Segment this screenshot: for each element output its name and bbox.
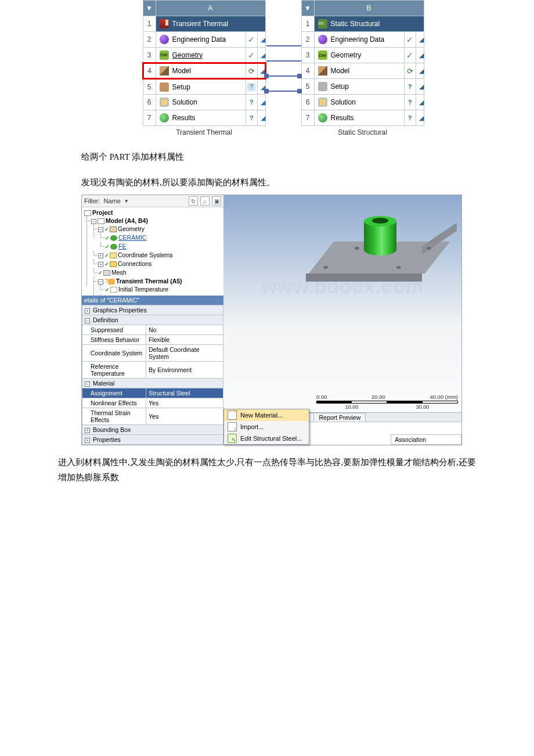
expand-icon[interactable]: + [85,438,90,443]
system-b-caption: Static Structural [301,128,424,136]
system-a-header: A [156,1,265,16]
reftemp-value[interactable]: By Environment [146,362,223,379]
analysis-icon [108,279,115,285]
expand-icon[interactable]: + [85,428,90,433]
flag-icon: ◢ [419,83,424,90]
cell-setup-a[interactable]: Setup [172,83,190,91]
system-b-title: Static Structural [331,20,380,28]
dropdown-arrow[interactable]: ▼ [143,1,156,16]
ceramic-node[interactable]: CERAMIC [118,234,146,241]
body-icon [110,244,117,250]
system-b-header: B [314,1,424,16]
geometry-node-icon [110,226,117,232]
expand-icon[interactable]: − [85,318,90,323]
thermalstrain-value[interactable]: Yes [146,408,223,425]
solution-icon [160,98,169,107]
menu-import[interactable]: Import... [224,421,309,433]
geometry-icon: DM [160,51,169,60]
expand-icon[interactable]: − [91,219,96,224]
cell-solution-a[interactable]: Solution [172,98,197,106]
suppressed-value[interactable]: No [146,325,223,335]
toolbar-filter-icon[interactable]: ⌂ [200,196,210,206]
cell-solution-b[interactable]: Solution [331,98,356,106]
system-a-table: ▼A 1Transient Thermal 2Engineering Data✓… [142,0,266,126]
flag-icon: ◢ [260,67,265,74]
cell-model-a[interactable]: Model [172,67,192,75]
toolbar-refresh-icon[interactable]: ↻ [189,196,198,206]
init-temp-icon [110,287,117,293]
expand-icon[interactable]: − [98,279,103,285]
toolbar-expand-icon[interactable]: ▣ [212,196,221,206]
question-icon: ? [406,98,414,106]
assignment-key: Assignment [82,388,146,398]
flag-icon: ◢ [419,36,424,43]
engineering-data-icon [318,35,327,44]
refresh-icon: ⟳ [407,67,413,75]
cs-value[interactable]: Default Coordinate System [146,345,223,362]
cell-results-b[interactable]: Results [331,114,354,122]
suppressed-key: Suppressed [82,325,146,335]
cell-results-a[interactable]: Results [172,114,196,122]
cell-engineering-data-b[interactable]: Engineering Data [331,35,385,44]
question-icon: ? [247,114,255,122]
expand-icon[interactable]: + [98,262,103,267]
setup-icon [318,82,327,91]
connections-icon [110,261,117,267]
body-icon [110,235,117,241]
setup-icon [160,82,169,92]
engineering-data-icon [160,35,169,44]
cell-geometry-a[interactable]: Geometry [172,51,203,59]
cell-model-b[interactable]: Model [331,67,350,75]
expand-icon[interactable]: + [98,253,103,258]
cell-setup-b[interactable]: Setup [331,82,349,91]
question-icon: ? [406,82,414,91]
expand-icon[interactable]: + [85,308,90,314]
dropdown-arrow[interactable]: ▼ [301,1,314,16]
system-a-caption: Transient Thermal [142,128,266,136]
transient-thermal-icon [160,19,169,28]
paragraph-1: 给两个 PART 添加材料属性 [81,149,476,164]
edit-material-icon [228,434,237,443]
flag-icon: ◢ [419,52,424,59]
nonlinear-key: Nonlinear Effects [82,398,146,408]
filter-label: Filter: [84,197,100,204]
stiffness-key: Stiffness Behavior [82,335,146,345]
details-table: + Graphics Properties − Definition Suppr… [82,305,223,445]
assignment-value[interactable]: Structural Steel [146,388,223,398]
cell-geometry-b[interactable]: Geometry [331,51,362,59]
question-icon: ? [406,114,414,122]
fe-node[interactable]: FE [118,243,126,250]
model-icon [160,66,169,75]
stiffness-value[interactable]: Flexible [146,335,223,345]
geometry-icon: DM [318,51,327,60]
flag-icon: ◢ [261,52,265,59]
results-icon [160,113,169,123]
menu-new-material[interactable]: New Material... [224,409,309,421]
cell-engineering-data-a[interactable]: Engineering Data [172,35,226,44]
cs-key: Coordinate System [82,345,146,362]
static-structural-icon [318,19,327,28]
system-connector [266,45,301,92]
check-icon: ✓ [406,35,413,44]
nonlinear-value[interactable]: Yes [146,398,223,408]
details-header: etails of "CERAMIC" [82,296,223,305]
check-icon: ✓ [406,51,413,60]
outline-tree[interactable]: Project −Model (A4, B4) −✓Geometry ✓CERA… [82,207,223,296]
tab-report-preview[interactable]: Report Preview [313,413,366,422]
question-icon: ? [247,98,255,106]
expand-icon[interactable]: − [85,381,90,387]
transient-thermal-node[interactable]: Transient Thermal (A5) [116,278,182,285]
filter-name[interactable]: Name [104,197,121,204]
cs-icon [110,253,117,258]
flag-icon: ◢ [261,114,265,121]
paragraph-3: 进入到材料属性中,又发生陶瓷的材料属性太少,只有一点热传导率与比热容,要新加弹性… [58,455,476,485]
menu-edit-steel[interactable]: Edit Structural Steel... [224,433,309,444]
mechanical-panel: Filter: Name ▼ ↻ ⌂ ▣ Project −Model (A4,… [81,195,462,445]
thermalstrain-key: Thermal Strain Effects [82,408,146,425]
reftemp-key: Reference Temperature [82,362,146,379]
expand-icon[interactable]: − [98,227,103,232]
mesh-icon [103,270,110,276]
results-icon [318,113,327,123]
graphics-viewport[interactable]: www.bdocx.com 0.0020.0040.00 (mm) 10.003… [223,195,461,412]
blocked-icon: ? [247,83,255,91]
